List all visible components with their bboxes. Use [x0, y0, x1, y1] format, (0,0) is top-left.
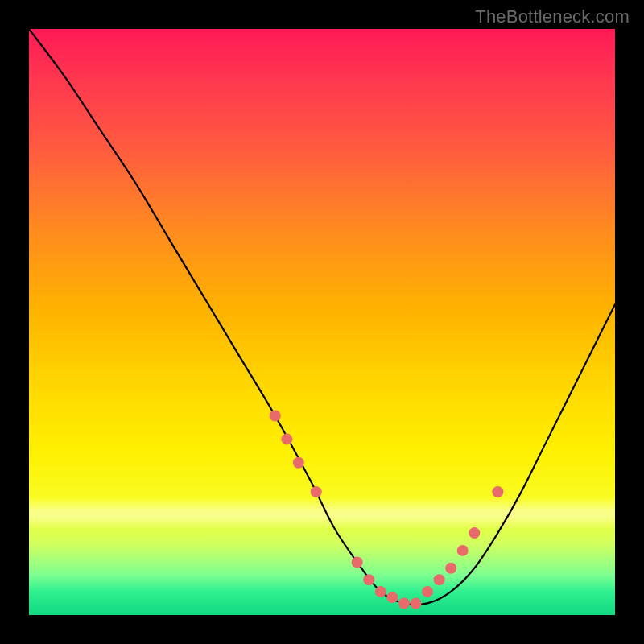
- marker-dot: [293, 457, 304, 469]
- marker-dot: [375, 586, 386, 597]
- marker-dot: [352, 556, 363, 568]
- bottleneck-curve: [29, 29, 615, 605]
- marker-dot: [457, 545, 469, 556]
- marker-dot: [434, 574, 445, 585]
- marker-dot: [386, 592, 398, 603]
- marker-dot: [311, 486, 322, 497]
- chart-frame: TheBottleneck.com: [0, 0, 644, 644]
- marker-dot: [445, 563, 456, 574]
- marker-dot: [270, 410, 281, 421]
- curve-layer: [29, 29, 615, 615]
- marker-dot: [422, 586, 433, 597]
- marker-dot: [492, 486, 503, 497]
- plot-area: [29, 29, 615, 615]
- curve-markers: [270, 410, 504, 609]
- marker-dot: [281, 434, 292, 445]
- marker-dot: [469, 527, 480, 539]
- attribution-text: TheBottleneck.com: [475, 6, 630, 27]
- marker-dot: [398, 597, 410, 609]
- marker-dot: [410, 597, 421, 609]
- marker-dot: [363, 574, 374, 585]
